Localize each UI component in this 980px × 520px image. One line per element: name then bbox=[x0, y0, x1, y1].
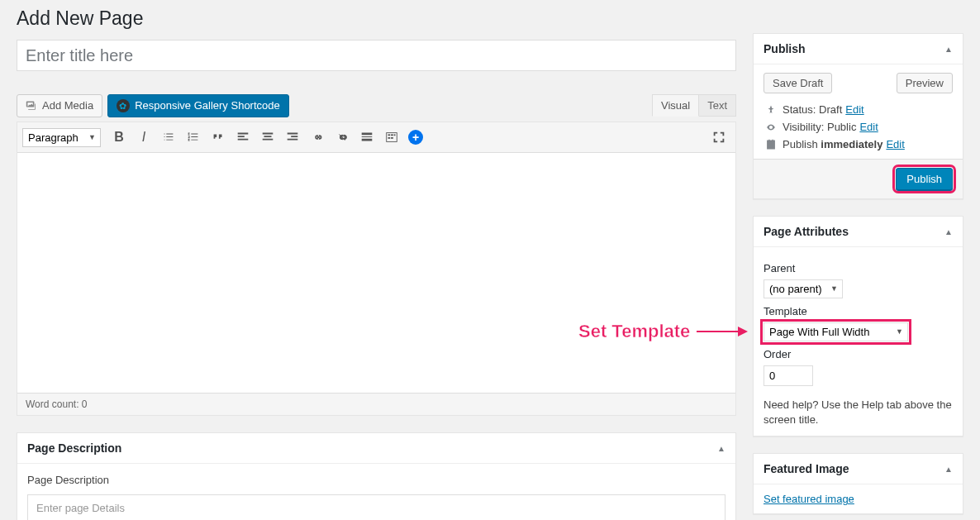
media-icon bbox=[26, 99, 39, 112]
blockquote-button[interactable] bbox=[207, 126, 230, 149]
svg-rect-1 bbox=[388, 134, 391, 136]
order-label: Order bbox=[764, 348, 953, 360]
featured-image-box: Featured Image ▲ Set featured image bbox=[753, 453, 963, 514]
gallery-icon bbox=[117, 99, 130, 112]
word-count: Word count: 0 bbox=[17, 393, 735, 415]
svg-rect-4 bbox=[388, 137, 391, 139]
toggle-icon[interactable]: ▲ bbox=[944, 465, 953, 474]
bold-button[interactable]: B bbox=[107, 126, 131, 149]
editor-box: Paragraph B I + Word co bbox=[17, 122, 736, 416]
schedule-prefix: Publish bbox=[783, 138, 818, 150]
gallery-shortcode-label: Responsive Gallery Shortcode bbox=[135, 98, 280, 113]
parent-label: Parent bbox=[764, 262, 953, 274]
format-select[interactable]: Paragraph bbox=[22, 128, 101, 147]
save-draft-button[interactable]: Save Draft bbox=[764, 73, 832, 93]
number-list-button[interactable] bbox=[182, 126, 205, 149]
featured-image-title: Featured Image bbox=[764, 462, 849, 475]
title-input[interactable] bbox=[17, 40, 736, 71]
svg-rect-3 bbox=[394, 134, 396, 136]
status-value: Draft bbox=[819, 103, 842, 116]
unlink-button[interactable] bbox=[331, 126, 354, 149]
align-left-button[interactable] bbox=[231, 126, 255, 149]
page-title: Add New Page bbox=[17, 0, 963, 33]
toggle-icon[interactable]: ▲ bbox=[717, 444, 725, 453]
visibility-value: Public bbox=[827, 121, 856, 133]
set-featured-image-link[interactable]: Set featured image bbox=[764, 493, 854, 505]
status-label: Status: bbox=[783, 103, 816, 116]
bullet-list-button[interactable] bbox=[157, 126, 180, 149]
order-input[interactable] bbox=[764, 365, 813, 386]
svg-rect-5 bbox=[391, 137, 393, 139]
page-description-box: Page Description ▲ Page Description bbox=[17, 432, 736, 520]
tab-text[interactable]: Text bbox=[699, 94, 736, 117]
fullscreen-button[interactable] bbox=[707, 126, 730, 149]
help-text: Need help? Use the Help tab above the sc… bbox=[764, 398, 953, 427]
align-right-button[interactable] bbox=[281, 126, 304, 149]
schedule-value: immediately bbox=[821, 138, 882, 150]
page-description-title: Page Description bbox=[27, 441, 121, 455]
editor-content-area[interactable] bbox=[17, 153, 735, 393]
publish-button[interactable]: Publish bbox=[896, 168, 953, 190]
pin-icon bbox=[764, 104, 778, 116]
gallery-shortcode-button[interactable]: Responsive Gallery Shortcode bbox=[107, 94, 289, 117]
italic-button[interactable]: I bbox=[132, 126, 155, 149]
page-attributes-box: Page Attributes ▲ Parent (no parent) Tem… bbox=[753, 216, 963, 437]
publish-title: Publish bbox=[764, 42, 806, 55]
link-button[interactable] bbox=[306, 126, 329, 149]
svg-rect-2 bbox=[391, 134, 393, 136]
add-media-button[interactable]: Add Media bbox=[17, 94, 102, 117]
parent-select[interactable]: (no parent) bbox=[764, 279, 843, 298]
toolbar-toggle-button[interactable] bbox=[380, 126, 403, 149]
add-block-button[interactable]: + bbox=[408, 130, 423, 145]
page-attributes-title: Page Attributes bbox=[764, 225, 849, 238]
schedule-edit-link[interactable]: Edit bbox=[886, 138, 904, 150]
page-description-label: Page Description bbox=[27, 474, 725, 486]
visibility-label: Visibility: bbox=[783, 121, 824, 133]
template-select[interactable]: Page With Full Width bbox=[764, 322, 908, 341]
calendar-icon bbox=[764, 139, 778, 150]
status-edit-link[interactable]: Edit bbox=[845, 103, 863, 116]
readmore-button[interactable] bbox=[355, 126, 378, 149]
eye-icon bbox=[764, 122, 778, 133]
add-media-label: Add Media bbox=[42, 98, 93, 113]
align-center-button[interactable] bbox=[256, 126, 279, 149]
tab-visual[interactable]: Visual bbox=[652, 94, 699, 117]
toggle-icon[interactable]: ▲ bbox=[944, 227, 953, 236]
publish-box: Publish ▲ Save Draft Preview Status: Dra… bbox=[753, 33, 963, 199]
editor-toolbar: Paragraph B I + bbox=[17, 122, 735, 153]
toggle-icon[interactable]: ▲ bbox=[944, 45, 953, 54]
visibility-edit-link[interactable]: Edit bbox=[859, 121, 878, 133]
page-description-input[interactable] bbox=[27, 494, 725, 520]
template-label: Template bbox=[764, 305, 953, 317]
preview-button[interactable]: Preview bbox=[897, 73, 953, 93]
